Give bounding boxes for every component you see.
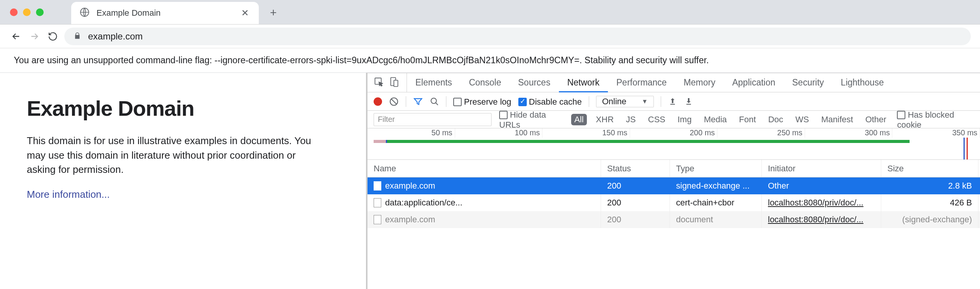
table-header-row: NameStatusTypeInitiatorSize (368, 160, 980, 177)
type-filter-all[interactable]: All (571, 114, 586, 125)
back-button[interactable] (9, 30, 23, 43)
forward-button[interactable] (28, 30, 41, 43)
preserve-log-checkbox[interactable]: Preserve log (453, 96, 511, 107)
file-icon (374, 198, 381, 207)
timeline-tick: 150 ms (542, 128, 630, 138)
network-request-table: NameStatusTypeInitiatorSize example.com2… (368, 160, 980, 289)
timeline-tick: 50 ms (368, 128, 455, 138)
devtools-tab-network[interactable]: Network (559, 74, 608, 92)
timeline-tick: 300 ms (805, 128, 893, 138)
column-header-type[interactable]: Type (670, 160, 762, 177)
type-filter-js[interactable]: JS (623, 114, 639, 125)
type-filter-ws[interactable]: WS (792, 114, 812, 125)
tab-title: Example Domain (96, 8, 233, 18)
devtools-tab-performance[interactable]: Performance (608, 73, 675, 92)
search-icon[interactable] (430, 97, 439, 106)
column-header-status[interactable]: Status (601, 160, 670, 177)
window-zoom-button[interactable] (36, 8, 44, 16)
globe-icon (80, 7, 90, 19)
devtools-panel: ElementsConsoleSourcesNetworkPerformance… (368, 73, 980, 289)
browser-titlebar: Example Domain ✕ + (0, 0, 980, 25)
page-heading: Example Domain (27, 96, 339, 121)
new-tab-button[interactable]: + (265, 4, 282, 21)
svg-rect-7 (686, 104, 691, 105)
filter-input[interactable]: Filter (374, 113, 492, 126)
svg-rect-3 (394, 80, 398, 86)
infobar-warning: You are using an unsupported command-lin… (0, 48, 980, 73)
address-bar[interactable]: example.com (64, 28, 971, 45)
device-icon[interactable] (389, 77, 400, 89)
table-row[interactable]: example.com200documentlocalhost:8080/pri… (368, 211, 980, 228)
table-row[interactable]: example.com200signed-exchange ...Other2.… (368, 177, 980, 194)
type-filter-img[interactable]: Img (675, 114, 695, 125)
devtools-tab-lighthouse[interactable]: Lighthouse (832, 73, 892, 92)
file-icon (374, 215, 381, 224)
table-row[interactable]: data:application/ce...200cert-chain+cbor… (368, 194, 980, 211)
throttle-select[interactable]: Online▼ (596, 96, 654, 107)
record-button[interactable] (374, 97, 382, 106)
clear-icon[interactable] (389, 97, 399, 107)
type-filter-css[interactable]: CSS (645, 114, 668, 125)
devtools-tab-sources[interactable]: Sources (510, 73, 559, 92)
window-close-button[interactable] (10, 8, 18, 16)
window-minimize-button[interactable] (23, 8, 31, 16)
browser-tab[interactable]: Example Domain ✕ (71, 2, 259, 24)
blocked-cookies-checkbox[interactable]: Has blocked cookie (897, 109, 974, 130)
page-content: Example Domain This domain is for use in… (0, 73, 368, 289)
column-header-name[interactable]: Name (368, 160, 601, 177)
url-text: example.com (88, 31, 143, 42)
type-filter-xhr[interactable]: XHR (593, 114, 617, 125)
devtools-tab-memory[interactable]: Memory (675, 73, 724, 92)
devtools-tab-security[interactable]: Security (784, 73, 832, 92)
page-body: This domain is for use in illustrative e… (27, 134, 318, 177)
load-marker (967, 138, 968, 159)
disable-cache-checkbox[interactable]: Disable cache (518, 96, 582, 107)
chevron-down-icon: ▼ (642, 98, 648, 105)
column-header-initiator[interactable]: Initiator (762, 160, 881, 177)
svg-point-5 (431, 98, 436, 103)
filter-icon[interactable] (413, 97, 423, 107)
devtools-tab-elements[interactable]: Elements (407, 73, 461, 92)
file-icon (374, 181, 381, 190)
type-filter-doc[interactable]: Doc (765, 114, 786, 125)
timeline-tick: 250 ms (717, 128, 805, 138)
svg-rect-6 (670, 104, 675, 105)
devtools-tab-console[interactable]: Console (461, 73, 510, 92)
type-filter-other[interactable]: Other (862, 114, 889, 125)
network-filter-row: Filter Hide data URLs AllXHRJSCSSImgMedi… (368, 111, 980, 128)
devtools-tab-application[interactable]: Application (724, 73, 784, 92)
window-controls (10, 8, 44, 16)
network-timeline[interactable]: 50 ms100 ms150 ms200 ms250 ms300 ms350 m… (368, 128, 980, 160)
reload-button[interactable] (46, 30, 60, 43)
more-info-link[interactable]: More information... (27, 189, 110, 200)
timeline-bar (374, 140, 386, 143)
tab-close-button[interactable]: ✕ (240, 8, 250, 18)
type-filter-media[interactable]: Media (701, 114, 730, 125)
browser-toolbar: example.com (0, 25, 980, 48)
timeline-tick: 200 ms (630, 128, 718, 138)
devtools-tabstrip: ElementsConsoleSourcesNetworkPerformance… (368, 73, 980, 92)
download-icon[interactable] (684, 97, 693, 106)
domcontentloaded-marker (964, 138, 965, 159)
timeline-bar (387, 140, 910, 143)
type-filter-font[interactable]: Font (736, 114, 759, 125)
hide-data-urls-checkbox[interactable]: Hide data URLs (499, 109, 564, 130)
lock-icon (74, 31, 81, 42)
timeline-tick: 100 ms (455, 128, 543, 138)
timeline-tick: 350 ms (892, 128, 980, 138)
column-header-size[interactable]: Size (881, 160, 978, 177)
upload-icon[interactable] (668, 97, 677, 106)
network-controls: Preserve log Disable cache Online▼ (368, 92, 980, 111)
type-filter-manifest[interactable]: Manifest (818, 114, 856, 125)
inspect-icon[interactable] (374, 77, 384, 89)
